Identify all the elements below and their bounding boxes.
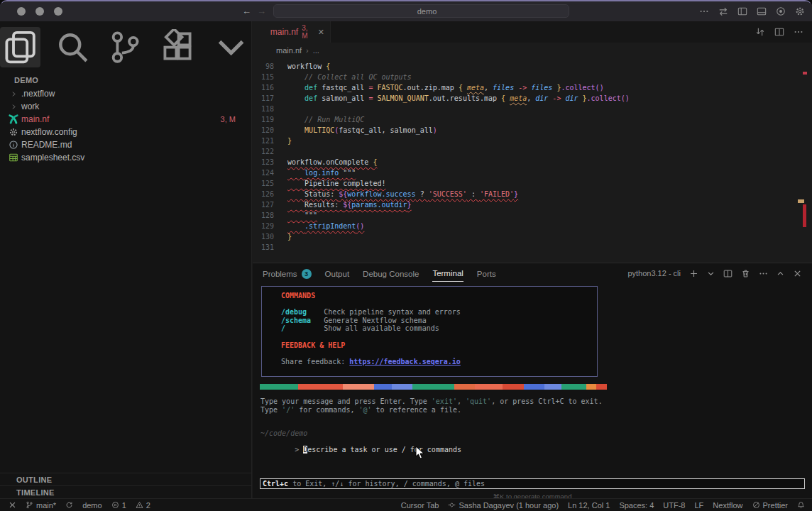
nextflow-file-icon xyxy=(258,28,267,37)
code-line-98[interactable]: 98workflow { xyxy=(253,61,812,72)
code-line-127[interactable]: 127 Results: ${params.outdir} xyxy=(253,199,812,210)
statusbar-item-prettier[interactable]: Prettier xyxy=(752,501,788,510)
tree-item-work[interactable]: work xyxy=(0,100,251,113)
window-controls[interactable] xyxy=(17,7,62,16)
more-icon[interactable] xyxy=(794,27,803,37)
statusbar-item-spaces-4[interactable]: Spaces: 4 xyxy=(619,501,654,510)
statusbar-item-remote[interactable] xyxy=(9,501,16,509)
code-line-129[interactable]: 129 .stripIndent() xyxy=(253,221,812,231)
code-line-123[interactable]: 123workflow.onComplete { xyxy=(253,157,812,167)
code-line-124[interactable]: 124 log.info """ xyxy=(253,167,812,178)
terminal-input[interactable]: > Describe a task or use / for commands xyxy=(260,438,461,461)
code-line-118[interactable]: 118 xyxy=(253,104,812,114)
terminal-content[interactable]: COMMANDS/debug Check pipeline syntax and… xyxy=(253,283,812,498)
overview-ruler-error-bar xyxy=(803,204,806,227)
tree-item-nextflow-config[interactable]: nextflow.config xyxy=(0,126,251,138)
statusbar-item-cursor-tab[interactable]: Cursor Tab xyxy=(401,501,439,510)
outline-section[interactable]: OUTLINE xyxy=(0,473,251,485)
code-line-121[interactable]: 121} xyxy=(253,136,812,146)
tab-main-nf[interactable]: main.nf 3, M ✕ xyxy=(253,21,331,43)
settings-gear-icon[interactable] xyxy=(795,6,805,16)
blame-icon xyxy=(448,501,456,509)
split-editor-icon[interactable] xyxy=(774,27,784,37)
tree-item--nextflow[interactable]: .nextflow xyxy=(0,87,251,100)
line-number: 121 xyxy=(253,136,274,146)
panel-tab-ports[interactable]: Ports xyxy=(477,265,496,282)
panel-tab-problems[interactable]: Problems3 xyxy=(263,265,312,282)
activity-extensions[interactable] xyxy=(158,27,199,67)
editor-tabbar: main.nf 3, M ✕ xyxy=(253,21,812,43)
open-changes-icon[interactable] xyxy=(755,27,765,37)
statusbar-item-2[interactable]: 2 xyxy=(136,501,150,510)
code-line-116[interactable]: 116 def fastqc_all = FASTQC.out.zip.map … xyxy=(253,82,812,93)
terminal-instance[interactable]: python3.12 - cli xyxy=(615,269,681,278)
tree-item-samplesheet-csv[interactable]: samplesheet.csv xyxy=(0,151,251,164)
code-line-128[interactable]: 128 """ xyxy=(253,210,812,221)
panel-action-icons xyxy=(689,269,802,278)
activity-copy-files[interactable] xyxy=(0,27,40,67)
back-icon[interactable]: ← xyxy=(242,6,251,16)
more-icon[interactable] xyxy=(699,6,709,16)
activity-chevron-down[interactable] xyxy=(211,27,251,67)
line-number: 127 xyxy=(253,199,274,210)
statusbar-item-bell[interactable] xyxy=(797,501,805,509)
statusbar-item-sasha-dagayev-1-hour-ago[interactable]: Sasha Dagayev (1 hour ago) xyxy=(448,501,559,510)
statusbar-item-utf-8[interactable]: UTF-8 xyxy=(663,501,685,510)
code-line-117[interactable]: 117 def salmon_all = SALMON_QUANT.out.re… xyxy=(253,93,812,104)
statusbar-item-sync[interactable] xyxy=(65,501,73,509)
breadcrumb-file[interactable]: main.nf xyxy=(276,46,302,55)
code-line-126[interactable]: 126 Status: ${workflow.success ? 'SUCCES… xyxy=(253,189,812,199)
chevron-down-icon[interactable] xyxy=(707,270,715,278)
breadcrumb[interactable]: main.nf › ... xyxy=(253,43,812,58)
forward-icon[interactable]: → xyxy=(257,6,266,16)
code-line-120[interactable]: 120 MULTIQC(fastqc_all, salmon_all) xyxy=(253,125,812,136)
code-line-131[interactable]: 131 xyxy=(253,242,812,253)
layout-sidebar-icon[interactable] xyxy=(737,6,747,16)
terminal-footer-hint: Ctrl+c to Exit, ↑/↓ for history, / comma… xyxy=(260,478,805,489)
record-icon[interactable] xyxy=(776,6,786,16)
statusbar-item-1[interactable]: 1 xyxy=(111,501,126,510)
split-editor-icon[interactable] xyxy=(723,269,733,278)
code-line-125[interactable]: 125 Pipeline completed! xyxy=(253,178,812,189)
command-center-search[interactable]: demo xyxy=(273,4,569,18)
statusbar-item-lf[interactable]: LF xyxy=(695,501,704,510)
close-window-button[interactable] xyxy=(17,7,26,16)
panel-tab-terminal[interactable]: Terminal xyxy=(432,265,463,282)
minimize-window-button[interactable] xyxy=(35,7,44,16)
statusbar-item-main[interactable]: main* xyxy=(26,501,56,510)
timeline-section[interactable]: TIMELINE xyxy=(0,485,251,498)
line-number: 124 xyxy=(253,167,274,178)
close-tab-icon[interactable]: ✕ xyxy=(318,28,324,37)
panel-tab-output[interactable]: Output xyxy=(325,265,350,282)
line-number: 98 xyxy=(253,61,274,72)
swap-icon[interactable] xyxy=(718,6,728,16)
trash-icon[interactable] xyxy=(741,269,750,278)
line-number: 122 xyxy=(253,146,274,157)
code-line-119[interactable]: 119 // Run MultiQC xyxy=(253,114,812,125)
statusbar-item-nextflow[interactable]: Nextflow xyxy=(713,501,742,510)
explorer-section-header[interactable]: DEMO xyxy=(4,76,251,84)
add-icon[interactable] xyxy=(689,269,698,278)
statusbar-item-ln-12-col-1[interactable]: Ln 12, Col 1 xyxy=(568,501,610,510)
code-line-115[interactable]: 115 // Collect all QC outputs xyxy=(253,72,812,82)
activity-source-control[interactable] xyxy=(105,27,146,67)
terminal-help-text: Type your message and press Enter. Type … xyxy=(260,397,603,414)
maximize-window-button[interactable] xyxy=(54,7,62,16)
table-icon xyxy=(9,153,18,163)
titlebar-actions xyxy=(699,1,805,21)
layout-panel-icon[interactable] xyxy=(757,6,767,16)
statusbar-item-demo[interactable]: demo xyxy=(82,501,102,510)
code-line-130[interactable]: 130} xyxy=(253,231,812,242)
chevron-down-icon xyxy=(213,29,249,65)
activity-search[interactable] xyxy=(53,27,93,67)
tree-item-readme-md[interactable]: README.md xyxy=(0,138,251,151)
breadcrumb-symbol[interactable]: ... xyxy=(313,46,319,55)
chevron-up-icon[interactable] xyxy=(777,270,784,278)
close-icon[interactable] xyxy=(793,269,802,278)
more-icon[interactable] xyxy=(759,269,768,278)
code-editor[interactable]: 98workflow {115 // Collect all QC output… xyxy=(253,58,812,253)
panel-tab-debug-console[interactable]: Debug Console xyxy=(363,265,419,282)
info-icon xyxy=(9,140,18,150)
tree-item-main-nf[interactable]: main.nf3, M xyxy=(0,113,251,126)
code-line-122[interactable]: 122 xyxy=(253,146,812,157)
